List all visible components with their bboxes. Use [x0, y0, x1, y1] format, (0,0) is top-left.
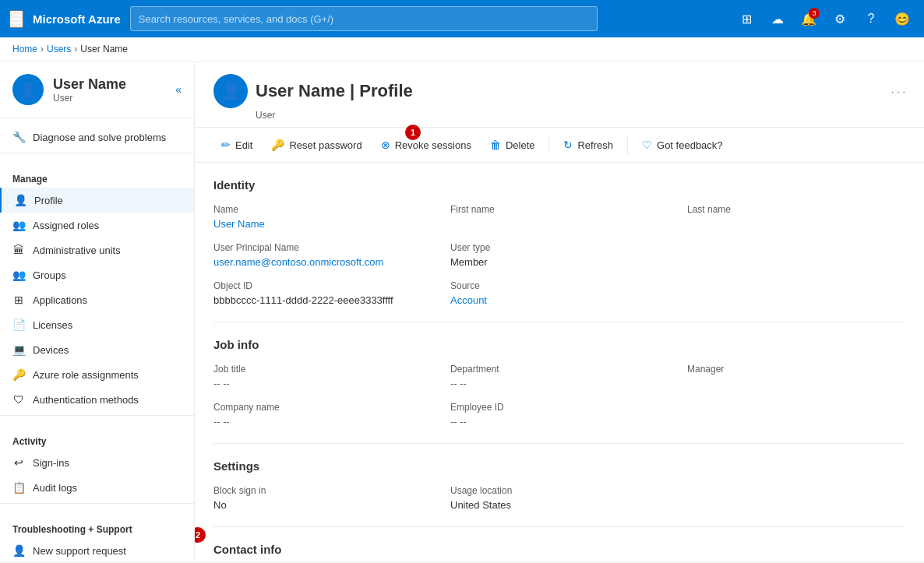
last-name-label: Last name [687, 204, 905, 215]
sidebar-support-section: Troubleshooting + Support 👤 New support … [0, 513, 194, 561]
edit-button[interactable]: ✏ Edit [213, 134, 260, 156]
block-sign-in-label: Block sign in [213, 485, 432, 496]
last-name-field: Last name [687, 204, 905, 230]
manager-label: Manager [687, 364, 905, 375]
breadcrumb-current: User Name [80, 44, 128, 55]
bell-icon-btn[interactable]: 🔔 3 [796, 6, 821, 31]
revoke-label: Revoke sessions [395, 139, 471, 151]
sidebar-item-profile[interactable]: 👤 Profile [0, 188, 194, 213]
job-info-fields: Job title -- -- Department -- -- Manager… [213, 364, 905, 428]
wrench-icon: 🔧 [12, 131, 25, 143]
source-value[interactable]: Account [450, 294, 668, 306]
licenses-icon: 📄 [12, 318, 25, 331]
breadcrumb-users[interactable]: Users [47, 44, 71, 55]
key-icon: 🔑 [12, 368, 25, 381]
usage-location-field: Usage location United States [450, 485, 668, 511]
feedback-icon: ♡ [642, 139, 652, 151]
revoke-sessions-button[interactable]: ⊗ Revoke sessions [373, 134, 479, 156]
sidebar-divider-2 [0, 415, 194, 416]
company-name-label: Company name [213, 402, 432, 413]
usage-location-value: United States [450, 499, 668, 511]
settings-fields: Block sign in No Usage location United S… [213, 485, 905, 511]
user-icon-btn[interactable]: 😊 [890, 6, 915, 31]
sidebar-divider-3 [0, 503, 194, 504]
main-layout: 👤 User Name User « 🔧 Diagnose and solve … [0, 62, 924, 561]
page-title-row: 👤 User Name | Profile · · · [213, 74, 905, 108]
sidebar-divider-1 [0, 153, 194, 153]
more-options-btn[interactable]: · · · [891, 86, 905, 97]
first-name-label: First name [450, 204, 668, 215]
sidebar-diagnose-label: Diagnose and solve problems [33, 132, 166, 143]
search-input[interactable] [139, 13, 589, 25]
department-field: Department -- -- [450, 364, 668, 389]
sidebar-item-auth-methods[interactable]: 🛡 Authentication methods [0, 387, 194, 412]
department-value: -- -- [450, 378, 668, 389]
sidebar-item-support[interactable]: 👤 New support request [0, 538, 194, 561]
applications-icon: ⊞ [12, 294, 25, 306]
sidebar-audit-logs-label: Audit logs [33, 482, 77, 494]
delete-label: Delete [506, 139, 535, 151]
top-nav: ☰ Microsoft Azure ⊞ ☁ 🔔 3 ⚙ ? 😊 [0, 0, 924, 37]
profile-icon: 👤 [14, 194, 26, 206]
employee-id-field: Employee ID -- -- [450, 402, 668, 428]
block-sign-in-value: No [213, 499, 432, 511]
delete-button[interactable]: 🗑 Delete [482, 134, 543, 156]
sidebar-item-groups[interactable]: 👥 Groups [0, 262, 194, 287]
sidebar-item-sign-ins[interactable]: ↩ Sign-ins [0, 450, 194, 475]
sidebar-collapse-btn[interactable]: « [175, 83, 182, 96]
sidebar-avatar: 👤 [12, 74, 44, 105]
company-name-value: -- -- [213, 416, 432, 428]
sidebar-user-name: User Name [53, 76, 126, 93]
sidebar-item-azure-role[interactable]: 🔑 Azure role assignments [0, 362, 194, 387]
object-id-label: Object ID [213, 280, 432, 291]
user-type-field: User type Member [450, 242, 668, 268]
job-info-section: Job info Job title -- -- Department -- -… [213, 322, 905, 444]
step1-badge: 1 [405, 125, 421, 140]
upn-value[interactable]: user.name@contoso.onmicrosoft.com [213, 256, 432, 268]
identity-section: Identity Name User Name First name Last … [213, 163, 905, 322]
delete-icon: 🗑 [490, 139, 501, 151]
refresh-button[interactable]: ↻ Refresh [555, 134, 621, 156]
feedback-button[interactable]: ♡ Got feedback? [634, 134, 731, 156]
job-info-title: Job info [213, 338, 905, 351]
sidebar-item-diagnose[interactable]: 🔧 Diagnose and solve problems [0, 125, 194, 150]
sidebar-auth-label: Authentication methods [33, 394, 139, 406]
help-icon-btn[interactable]: ? [859, 6, 883, 31]
signin-icon: ↩ [12, 456, 25, 469]
manager-field: Manager [687, 364, 905, 389]
sidebar-manage-label: Manage [0, 169, 194, 188]
sidebar-item-admin-units[interactable]: 🏛 Administrative units [0, 238, 194, 262]
reset-password-button[interactable]: 🔑 Reset password [263, 134, 369, 156]
employee-id-value: -- -- [450, 416, 668, 428]
settings-icon-btn[interactable]: ⚙ [827, 6, 852, 31]
sidebar-diagnose-section: 🔧 Diagnose and solve problems [0, 118, 194, 163]
breadcrumb-home[interactable]: Home [12, 44, 37, 55]
sidebar-support-request-label: New support request [33, 545, 126, 557]
main-content: 👤 User Name | Profile · · · User 1 ✏ Edi… [195, 62, 924, 561]
name-label: Name [213, 204, 432, 215]
name-value[interactable]: User Name [213, 218, 432, 230]
cloud-icon-btn[interactable]: ☁ [765, 6, 790, 31]
edit-label: Edit [235, 139, 252, 151]
roles-icon: 👥 [12, 219, 25, 231]
brand-label: Microsoft Azure [33, 12, 121, 26]
sidebar-item-audit-logs[interactable]: 📋 Audit logs [0, 475, 194, 500]
page-subtitle: User [256, 110, 905, 121]
company-name-field: Company name -- -- [213, 402, 432, 428]
portal-icon-btn[interactable]: ⊞ [734, 6, 759, 31]
toolbar-divider-2 [627, 135, 628, 154]
support-icon: 👤 [12, 544, 25, 557]
admin-units-icon: 🏛 [12, 244, 25, 256]
sidebar-user-role: User [53, 93, 126, 104]
sidebar-item-licenses[interactable]: 📄 Licenses [0, 312, 194, 337]
sidebar-assigned-roles-label: Assigned roles [33, 220, 99, 231]
sidebar-applications-label: Applications [33, 294, 87, 306]
revoke-icon: ⊗ [381, 139, 390, 151]
content-area: Identity Name User Name First name Last … [195, 163, 924, 561]
usage-location-label: Usage location [450, 485, 668, 496]
refresh-icon: ↻ [563, 139, 573, 151]
sidebar-item-devices[interactable]: 💻 Devices [0, 337, 194, 362]
sidebar-item-applications[interactable]: ⊞ Applications [0, 287, 194, 312]
hamburger-menu[interactable]: ☰ [9, 10, 23, 28]
sidebar-item-assigned-roles[interactable]: 👥 Assigned roles [0, 213, 194, 238]
